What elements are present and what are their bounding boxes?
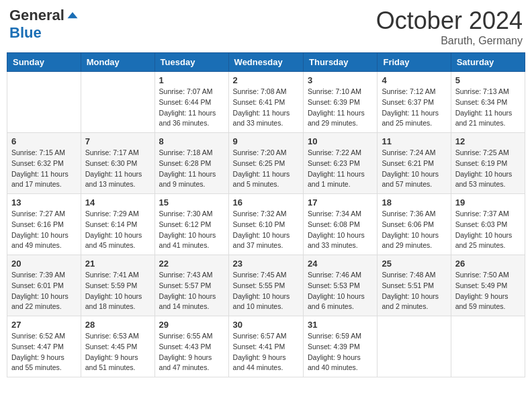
calendar-table: SundayMondayTuesdayWednesdayThursdayFrid… — [7, 52, 525, 377]
day-number: 27 — [11, 320, 77, 330]
day-info: Sunrise: 7:15 AM Sunset: 6:32 PM Dayligh… — [11, 148, 77, 190]
calendar-cell: 22Sunrise: 7:43 AM Sunset: 5:57 PM Dayli… — [154, 255, 228, 316]
day-info: Sunrise: 7:36 AM Sunset: 6:06 PM Dayligh… — [382, 209, 446, 251]
day-info: Sunrise: 7:12 AM Sunset: 6:37 PM Dayligh… — [382, 87, 446, 129]
calendar-cell — [451, 316, 525, 377]
title-section: October 2024 Baruth, Germany — [376, 7, 523, 47]
day-info: Sunrise: 7:07 AM Sunset: 6:44 PM Dayligh… — [159, 87, 224, 129]
day-number: 16 — [233, 197, 299, 208]
calendar-cell: 10Sunrise: 7:22 AM Sunset: 6:23 PM Dayli… — [304, 133, 378, 194]
calendar-cell: 23Sunrise: 7:45 AM Sunset: 5:55 PM Dayli… — [228, 255, 303, 316]
day-info: Sunrise: 7:50 AM Sunset: 5:49 PM Dayligh… — [455, 270, 521, 312]
calendar-cell — [7, 72, 81, 133]
weekday-header-monday: Monday — [81, 53, 154, 72]
weekday-header-saturday: Saturday — [451, 53, 525, 72]
day-info: Sunrise: 7:13 AM Sunset: 6:34 PM Dayligh… — [455, 87, 521, 129]
day-number: 25 — [382, 259, 446, 269]
day-number: 4 — [382, 75, 446, 85]
calendar-cell: 30Sunrise: 6:57 AM Sunset: 4:41 PM Dayli… — [228, 316, 303, 377]
day-info: Sunrise: 6:52 AM Sunset: 4:47 PM Dayligh… — [11, 331, 77, 373]
day-number: 3 — [308, 75, 373, 85]
day-number: 6 — [11, 136, 77, 146]
day-info: Sunrise: 7:27 AM Sunset: 6:16 PM Dayligh… — [11, 209, 77, 251]
day-info: Sunrise: 7:24 AM Sunset: 6:21 PM Dayligh… — [382, 148, 446, 190]
calendar-cell: 2Sunrise: 7:08 AM Sunset: 6:41 PM Daylig… — [228, 72, 303, 133]
calendar-cell: 1Sunrise: 7:07 AM Sunset: 6:44 PM Daylig… — [154, 72, 228, 133]
calendar-cell: 14Sunrise: 7:29 AM Sunset: 6:14 PM Dayli… — [81, 194, 154, 255]
day-number: 12 — [455, 136, 521, 146]
calendar-week-row: 20Sunrise: 7:39 AM Sunset: 6:01 PM Dayli… — [7, 255, 525, 316]
calendar-cell: 11Sunrise: 7:24 AM Sunset: 6:21 PM Dayli… — [378, 133, 451, 194]
weekday-header-friday: Friday — [378, 53, 451, 72]
day-info: Sunrise: 7:20 AM Sunset: 6:25 PM Dayligh… — [233, 148, 299, 190]
day-info: Sunrise: 7:08 AM Sunset: 6:41 PM Dayligh… — [233, 87, 299, 129]
calendar-cell: 27Sunrise: 6:52 AM Sunset: 4:47 PM Dayli… — [7, 316, 81, 377]
day-info: Sunrise: 7:30 AM Sunset: 6:12 PM Dayligh… — [159, 209, 224, 251]
logo-general-text: General — [9, 7, 64, 24]
day-info: Sunrise: 7:34 AM Sunset: 6:08 PM Dayligh… — [308, 209, 373, 251]
day-info: Sunrise: 6:59 AM Sunset: 4:39 PM Dayligh… — [308, 331, 373, 373]
day-number: 22 — [159, 259, 224, 269]
day-info: Sunrise: 7:43 AM Sunset: 5:57 PM Dayligh… — [159, 270, 224, 312]
day-info: Sunrise: 7:29 AM Sunset: 6:14 PM Dayligh… — [85, 209, 150, 251]
day-number: 21 — [85, 259, 150, 269]
weekday-header-tuesday: Tuesday — [154, 53, 228, 72]
day-number: 31 — [308, 320, 373, 330]
day-number: 10 — [308, 136, 373, 146]
logo: General Blue — [9, 7, 79, 42]
day-info: Sunrise: 7:37 AM Sunset: 6:03 PM Dayligh… — [455, 209, 521, 251]
calendar-cell: 15Sunrise: 7:30 AM Sunset: 6:12 PM Dayli… — [154, 194, 228, 255]
day-number: 30 — [233, 320, 299, 330]
day-info: Sunrise: 6:55 AM Sunset: 4:43 PM Dayligh… — [159, 331, 224, 373]
day-number: 9 — [233, 136, 299, 146]
calendar-cell: 21Sunrise: 7:41 AM Sunset: 5:59 PM Dayli… — [81, 255, 154, 316]
calendar-week-row: 27Sunrise: 6:52 AM Sunset: 4:47 PM Dayli… — [7, 316, 525, 377]
calendar-cell: 26Sunrise: 7:50 AM Sunset: 5:49 PM Dayli… — [451, 255, 525, 316]
calendar-cell: 4Sunrise: 7:12 AM Sunset: 6:37 PM Daylig… — [378, 72, 451, 133]
day-number: 26 — [455, 259, 521, 269]
page-header: General Blue October 2024 Baruth, German… — [7, 7, 525, 47]
day-info: Sunrise: 7:32 AM Sunset: 6:10 PM Dayligh… — [233, 209, 299, 251]
calendar-week-row: 1Sunrise: 7:07 AM Sunset: 6:44 PM Daylig… — [7, 72, 525, 133]
calendar-cell: 25Sunrise: 7:48 AM Sunset: 5:51 PM Dayli… — [378, 255, 451, 316]
day-number: 18 — [382, 197, 446, 208]
day-info: Sunrise: 6:57 AM Sunset: 4:41 PM Dayligh… — [233, 331, 299, 373]
day-number: 19 — [455, 197, 521, 208]
calendar-cell: 5Sunrise: 7:13 AM Sunset: 6:34 PM Daylig… — [451, 72, 525, 133]
day-number: 14 — [85, 197, 150, 208]
day-number: 29 — [159, 320, 224, 330]
day-info: Sunrise: 7:18 AM Sunset: 6:28 PM Dayligh… — [159, 148, 224, 190]
weekday-header-thursday: Thursday — [304, 53, 378, 72]
month-year: October 2024 — [376, 7, 523, 35]
calendar-cell: 6Sunrise: 7:15 AM Sunset: 6:32 PM Daylig… — [7, 133, 81, 194]
day-number: 5 — [455, 75, 521, 85]
logo-blue-text: Blue — [9, 24, 42, 42]
calendar-cell: 16Sunrise: 7:32 AM Sunset: 6:10 PM Dayli… — [228, 194, 303, 255]
day-number: 28 — [85, 320, 150, 330]
calendar-cell: 24Sunrise: 7:46 AM Sunset: 5:53 PM Dayli… — [304, 255, 378, 316]
day-info: Sunrise: 7:10 AM Sunset: 6:39 PM Dayligh… — [308, 87, 373, 129]
calendar-cell: 20Sunrise: 7:39 AM Sunset: 6:01 PM Dayli… — [7, 255, 81, 316]
logo-icon — [66, 9, 79, 22]
calendar-cell: 7Sunrise: 7:17 AM Sunset: 6:30 PM Daylig… — [81, 133, 154, 194]
calendar-cell: 12Sunrise: 7:25 AM Sunset: 6:19 PM Dayli… — [451, 133, 525, 194]
day-info: Sunrise: 7:17 AM Sunset: 6:30 PM Dayligh… — [85, 148, 150, 190]
calendar-cell: 19Sunrise: 7:37 AM Sunset: 6:03 PM Dayli… — [451, 194, 525, 255]
day-info: Sunrise: 7:41 AM Sunset: 5:59 PM Dayligh… — [85, 270, 150, 312]
calendar-cell: 18Sunrise: 7:36 AM Sunset: 6:06 PM Dayli… — [378, 194, 451, 255]
calendar-cell — [378, 316, 451, 377]
day-number: 15 — [159, 197, 224, 208]
weekday-header-row: SundayMondayTuesdayWednesdayThursdayFrid… — [7, 53, 525, 72]
day-number: 23 — [233, 259, 299, 269]
calendar-cell: 29Sunrise: 6:55 AM Sunset: 4:43 PM Dayli… — [154, 316, 228, 377]
weekday-header-sunday: Sunday — [7, 53, 81, 72]
calendar-cell: 9Sunrise: 7:20 AM Sunset: 6:25 PM Daylig… — [228, 133, 303, 194]
day-info: Sunrise: 7:39 AM Sunset: 6:01 PM Dayligh… — [11, 270, 77, 312]
weekday-header-wednesday: Wednesday — [228, 53, 303, 72]
day-info: Sunrise: 7:22 AM Sunset: 6:23 PM Dayligh… — [308, 148, 373, 190]
day-info: Sunrise: 7:48 AM Sunset: 5:51 PM Dayligh… — [382, 270, 446, 312]
calendar-cell: 17Sunrise: 7:34 AM Sunset: 6:08 PM Dayli… — [304, 194, 378, 255]
day-number: 13 — [11, 197, 77, 208]
day-number: 24 — [308, 259, 373, 269]
day-number: 1 — [159, 75, 224, 85]
